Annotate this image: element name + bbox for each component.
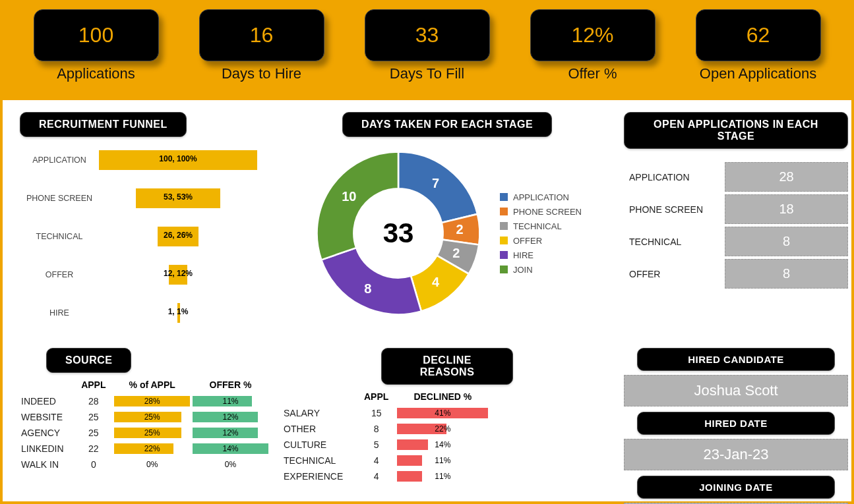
source-pct-bar: 0% [113, 457, 190, 472]
source-offer-bar: 12% [192, 426, 269, 440]
legend-label: APPLICATION [513, 192, 569, 202]
decline-name: TECHNICAL [284, 453, 356, 468]
source-appl: 22 [75, 441, 112, 456]
decline-pct-label: 41% [397, 408, 488, 418]
funnel-bar: 100, 100% [99, 150, 270, 170]
decline-pct-label: 11% [397, 456, 488, 465]
hired-panel: HIRED CANDIDATE Joshua Scott HIRED DATE … [624, 348, 848, 486]
donut-title: DAYS TAKEN FOR EACH STAGE [342, 112, 552, 137]
legend-label: OFFER [513, 236, 542, 246]
kpi-card: 16 [199, 9, 324, 61]
funnel-panel: RECRUITMENT FUNNEL APPLICATION100, 100%P… [20, 112, 270, 336]
decline-pct-label: 14% [397, 440, 488, 449]
open-apps-row: PHONE SCREEN18 [624, 194, 848, 224]
source-title: SOURCE [46, 348, 131, 373]
source-pct-bar: 22% [113, 441, 190, 456]
source-appl: 28 [75, 394, 112, 408]
kpi-applications: 100 Applications [29, 9, 163, 82]
source-name: WALK IN [21, 457, 73, 472]
open-apps-stage: APPLICATION [624, 162, 725, 192]
decline-name: CULTURE [284, 437, 356, 452]
decline-head-pct: DECLINED % [396, 391, 489, 405]
source-pct-label: 22% [114, 444, 189, 453]
source-offer-bar: 0% [192, 457, 269, 472]
legend-item: JOIN [500, 265, 582, 275]
decline-row: TECHNICAL411% [284, 453, 489, 468]
source-offer-label: 11% [193, 397, 268, 406]
dashboard: 100 Applications 16 Days to Hire 33 Days… [0, 0, 854, 504]
source-head-appl: APPL [75, 379, 112, 393]
funnel-title: RECRUITMENT FUNNEL [20, 112, 187, 137]
funnel-row: APPLICATION100, 100% [20, 150, 270, 170]
donut-slice-label: 4 [432, 275, 439, 290]
donut-slice-label: 8 [364, 281, 371, 296]
funnel-stage-label: OFFER [20, 270, 99, 279]
open-apps-panel: OPEN APPLICATIONS IN EACH STAGE APPLICAT… [624, 112, 848, 336]
source-row: LINKEDIN2222%14% [21, 441, 269, 456]
open-apps-title: OPEN APPLICATIONS IN EACH STAGE [624, 112, 848, 149]
funnel-bar: 12, 12% [99, 265, 270, 285]
source-pct-label: 25% [114, 412, 189, 422]
donut-slice-label: 7 [432, 176, 439, 191]
source-panel: SOURCE APPL % of APPL OFFER % INDEED2828… [20, 348, 270, 486]
legend-item: OFFER [500, 236, 582, 246]
source-offer-bar: 12% [192, 410, 269, 424]
legend-swatch [500, 251, 508, 259]
funnel-stage-label: HIRE [20, 308, 99, 318]
donut-slice-label: 10 [342, 189, 356, 204]
decline-appl: 15 [357, 406, 395, 420]
source-head-offer: OFFER % [192, 379, 269, 393]
legend-label: TECHNICAL [513, 221, 562, 231]
donut-slice-label: 2 [456, 222, 463, 237]
legend-swatch [500, 266, 508, 273]
source-pct-label: 28% [114, 397, 189, 406]
source-offer-label: 12% [193, 412, 268, 422]
legend-label: HIRE [513, 250, 534, 260]
legend-item: TECHNICAL [500, 221, 582, 231]
donut-slice-label: 2 [452, 246, 460, 261]
kpi-days-to-fill: 33 Days To Fill [360, 9, 494, 82]
funnel-row: PHONE SCREEN53, 53% [20, 188, 270, 208]
funnel-bar-label: 100, 100% [99, 154, 257, 163]
source-pct-bar: 25% [113, 426, 190, 440]
funnel-bar: 53, 53% [99, 188, 270, 208]
decline-panel: DECLINE REASONS APPL DECLINED % SALARY15… [282, 348, 612, 486]
hired-candidate-value: Joshua Scott [624, 375, 848, 406]
source-appl: 25 [75, 410, 112, 424]
open-apps-row: OFFER8 [624, 259, 848, 289]
legend-item: APPLICATION [500, 192, 582, 202]
donut-legend: APPLICATIONPHONE SCREENTECHNICALOFFERHIR… [500, 188, 582, 279]
legend-label: PHONE SCREEN [513, 207, 582, 217]
source-appl: 0 [75, 457, 112, 472]
source-name: LINKEDIN [21, 441, 73, 456]
decline-name: EXPERIENCE [284, 469, 356, 484]
funnel-row: TECHNICAL26, 26% [20, 227, 270, 246]
source-name: INDEED [21, 394, 73, 408]
hired-date-value: 23-Jan-23 [624, 439, 848, 470]
legend-swatch [500, 222, 508, 230]
decline-row: CULTURE514% [284, 437, 489, 452]
decline-row: SALARY1541% [284, 406, 489, 420]
source-pct-label: 25% [114, 428, 189, 437]
decline-pct-bar: 14% [396, 437, 489, 452]
source-appl: 25 [75, 426, 112, 440]
funnel-row: HIRE1, 1% [20, 303, 270, 323]
open-apps-row: APPLICATION28 [624, 162, 848, 192]
kpi-label: Applications [29, 65, 163, 82]
open-apps-value: 28 [725, 162, 848, 192]
open-apps-stage: PHONE SCREEN [624, 194, 725, 224]
source-offer-bar: 14% [192, 441, 269, 456]
kpi-label: Days to Hire [195, 65, 328, 82]
legend-item: PHONE SCREEN [500, 207, 582, 217]
decline-pct-bar: 11% [396, 453, 489, 468]
open-apps-value: 8 [725, 259, 848, 289]
open-apps-value: 18 [725, 194, 848, 224]
source-pct-bar: 25% [113, 410, 190, 424]
source-row: INDEED2828%11% [21, 394, 269, 408]
decline-appl: 4 [357, 469, 395, 484]
decline-name: SALARY [284, 406, 356, 420]
funnel-stage-label: PHONE SCREEN [20, 194, 99, 203]
hired-date-label: HIRED DATE [637, 412, 834, 435]
decline-pct-label: 11% [397, 472, 488, 481]
source-offer-label: 12% [193, 428, 268, 437]
